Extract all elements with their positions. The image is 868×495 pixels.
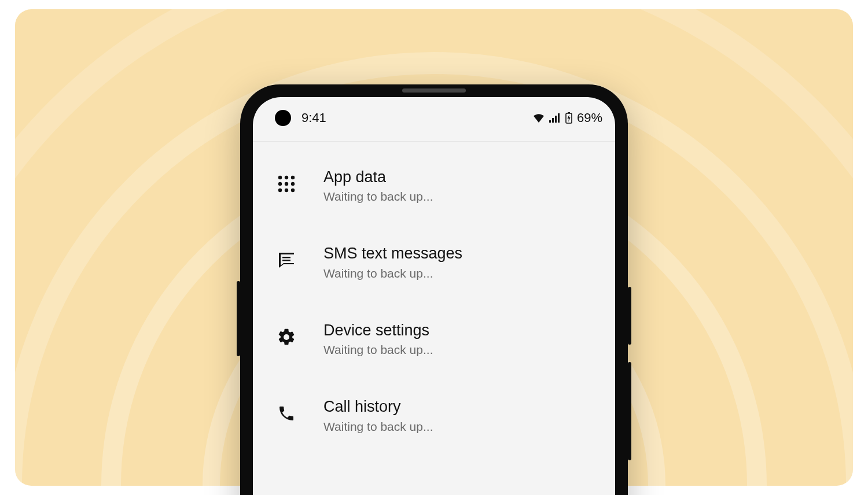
apps-icon — [273, 170, 300, 198]
list-item-subtitle: Waiting to back up... — [323, 343, 595, 357]
svg-rect-1 — [552, 118, 554, 123]
phone-icon — [273, 400, 300, 427]
svg-point-9 — [278, 182, 282, 186]
list-item-call-history[interactable]: Call history Waiting to back up... — [268, 385, 600, 461]
svg-point-7 — [285, 176, 288, 179]
list-item-title: App data — [323, 168, 595, 186]
cellular-signal-icon — [549, 113, 561, 123]
list-item-subtitle: Waiting to back up... — [323, 420, 595, 434]
list-item-subtitle: Waiting to back up... — [323, 190, 595, 204]
svg-point-12 — [278, 189, 282, 192]
svg-point-10 — [285, 182, 288, 186]
list-item-app-data[interactable]: App data Waiting to back up... — [268, 155, 600, 231]
svg-point-14 — [291, 189, 295, 192]
message-icon — [273, 246, 300, 274]
svg-rect-15 — [282, 257, 290, 258]
svg-rect-16 — [282, 260, 290, 261]
phone-volume-down-button — [628, 362, 631, 460]
phone-power-button — [237, 281, 240, 356]
battery-icon — [565, 112, 572, 124]
phone-earpiece — [402, 88, 466, 93]
svg-point-6 — [278, 176, 282, 179]
front-camera — [275, 110, 291, 126]
list-item-device-settings[interactable]: Device settings Waiting to back up... — [268, 308, 600, 385]
phone-volume-up-button — [628, 287, 631, 345]
backup-list: App data Waiting to back up... — [253, 155, 615, 461]
status-battery-text: 69% — [577, 110, 602, 125]
status-time: 9:41 — [301, 110, 326, 125]
svg-point-13 — [285, 189, 288, 192]
svg-point-8 — [291, 176, 295, 179]
svg-point-11 — [291, 182, 295, 186]
wifi-icon — [533, 113, 545, 123]
list-item-sms[interactable]: SMS text messages Waiting to back up... — [268, 231, 600, 308]
phone-mockup: 9:41 — [240, 84, 628, 495]
list-item-title: Device settings — [323, 321, 595, 339]
phone-screen: 9:41 — [253, 97, 615, 495]
svg-rect-0 — [549, 120, 551, 123]
stage: 9:41 — [0, 0, 868, 495]
list-item-title: Call history — [323, 397, 595, 416]
svg-rect-2 — [555, 116, 557, 123]
svg-rect-3 — [558, 113, 560, 123]
status-bar: 9:41 — [253, 97, 615, 139]
header-divider — [253, 141, 615, 142]
list-item-subtitle: Waiting to back up... — [323, 267, 595, 280]
list-item-title: SMS text messages — [323, 244, 595, 263]
settings-gear-icon — [273, 323, 300, 351]
